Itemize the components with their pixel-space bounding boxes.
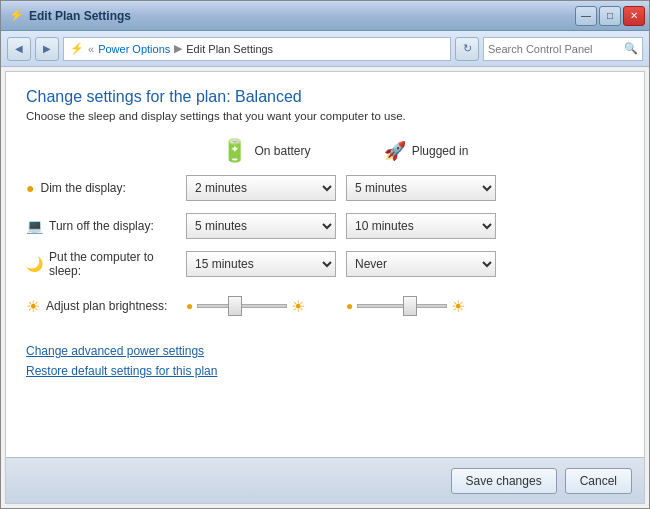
breadcrumb-parent-link[interactable]: Power Options <box>98 43 170 55</box>
forward-button[interactable]: ▶ <box>35 37 59 61</box>
brightness-battery-slider[interactable] <box>197 304 287 308</box>
plugged-column-header: 🚀 Plugged in <box>346 140 506 162</box>
minimize-button[interactable]: — <box>575 6 597 26</box>
maximize-button[interactable]: □ <box>599 6 621 26</box>
search-bar[interactable]: 🔍 <box>483 37 643 61</box>
window: ⚡ Edit Plan Settings — □ ✕ ◀ ▶ ⚡ « Power… <box>0 0 650 509</box>
brightness-text: Adjust plan brightness: <box>46 299 167 313</box>
content-panel: Change settings for the plan: Balanced C… <box>5 71 645 504</box>
turn-off-display-text: Turn off the display: <box>49 219 154 233</box>
dim-display-plugged-wrap: 1 minute 2 minutes 3 minutes 5 minutes 1… <box>346 175 496 201</box>
search-input[interactable] <box>488 43 624 55</box>
turn-off-display-battery-wrap: 1 minute 2 minutes 3 minutes 5 minutes 1… <box>186 213 336 239</box>
brightness-battery-min-icon: ● <box>186 299 193 313</box>
save-button[interactable]: Save changes <box>451 468 557 494</box>
sleep-battery-select[interactable]: 1 minute 2 minutes 5 minutes 10 minutes … <box>186 251 336 277</box>
dim-display-icon: ● <box>26 180 34 196</box>
dim-display-label: ● Dim the display: <box>26 180 186 196</box>
sleep-plugged-select[interactable]: 1 minute 2 minutes 5 minutes 10 minutes … <box>346 251 496 277</box>
battery-column-header: 🔋 On battery <box>186 138 346 164</box>
titlebar-title: Edit Plan Settings <box>29 9 131 23</box>
breadcrumb: ⚡ « Power Options ▶ Edit Plan Settings <box>63 37 451 61</box>
columns-header: 🔋 On battery 🚀 Plugged in <box>186 138 624 164</box>
sleep-text: Put the computer to sleep: <box>49 250 186 278</box>
battery-icon: 🔋 <box>221 138 248 164</box>
plugged-icon: 🚀 <box>384 140 406 162</box>
cancel-button[interactable]: Cancel <box>565 468 632 494</box>
settings-panel: Change settings for the plan: Balanced C… <box>6 72 644 457</box>
plugged-label: Plugged in <box>412 144 469 158</box>
sleep-plugged-wrap: 1 minute 2 minutes 5 minutes 10 minutes … <box>346 251 496 277</box>
dim-display-controls: 1 minute 2 minutes 3 minutes 5 minutes 1… <box>186 175 506 201</box>
sleep-label: 🌙 Put the computer to sleep: <box>26 250 186 278</box>
brightness-label: ☀ Adjust plan brightness: <box>26 297 186 316</box>
brightness-plugged-slider[interactable] <box>357 304 447 308</box>
dim-display-text: Dim the display: <box>40 181 125 195</box>
brightness-battery-slider-group: ● ☀ <box>186 297 336 316</box>
close-button[interactable]: ✕ <box>623 6 645 26</box>
titlebar-left: ⚡ Edit Plan Settings <box>9 8 131 24</box>
turn-off-display-label: 💻 Turn off the display: <box>26 218 186 234</box>
search-icon: 🔍 <box>624 42 638 55</box>
sleep-controls: 1 minute 2 minutes 5 minutes 10 minutes … <box>186 251 506 277</box>
footer: Save changes Cancel <box>6 457 644 503</box>
back-button[interactable]: ◀ <box>7 37 31 61</box>
titlebar-buttons: — □ ✕ <box>575 6 645 26</box>
turn-off-display-icon: 💻 <box>26 218 43 234</box>
breadcrumb-separator: ▶ <box>174 42 182 55</box>
restore-defaults-link[interactable]: Restore default settings for this plan <box>26 364 217 378</box>
page-title: Change settings for the plan: Balanced <box>26 88 624 106</box>
turn-off-display-plugged-select[interactable]: 1 minute 2 minutes 3 minutes 5 minutes 1… <box>346 213 496 239</box>
addressbar: ◀ ▶ ⚡ « Power Options ▶ Edit Plan Settin… <box>1 31 649 67</box>
titlebar-app-icon: ⚡ <box>9 8 25 24</box>
dim-display-row: ● Dim the display: 1 minute 2 minutes 3 … <box>26 174 624 202</box>
turn-off-display-battery-select[interactable]: 1 minute 2 minutes 3 minutes 5 minutes 1… <box>186 213 336 239</box>
turn-off-display-controls: 1 minute 2 minutes 3 minutes 5 minutes 1… <box>186 213 506 239</box>
breadcrumb-app-icon: ⚡ <box>70 42 84 55</box>
breadcrumb-prefix: « <box>88 43 94 55</box>
refresh-button[interactable]: ↻ <box>455 37 479 61</box>
brightness-label-icon: ☀ <box>26 297 40 316</box>
turn-off-display-row: 💻 Turn off the display: 1 minute 2 minut… <box>26 212 624 240</box>
dim-display-plugged-select[interactable]: 1 minute 2 minutes 3 minutes 5 minutes 1… <box>346 175 496 201</box>
brightness-battery-max-icon: ☀ <box>291 297 305 316</box>
battery-label: On battery <box>254 144 310 158</box>
titlebar: ⚡ Edit Plan Settings — □ ✕ <box>1 1 649 31</box>
brightness-plugged-max-icon: ☀ <box>451 297 465 316</box>
page-subtitle: Choose the sleep and display settings th… <box>26 110 624 122</box>
breadcrumb-current: Edit Plan Settings <box>186 43 273 55</box>
turn-off-display-plugged-wrap: 1 minute 2 minutes 3 minutes 5 minutes 1… <box>346 213 496 239</box>
dim-display-battery-select[interactable]: 1 minute 2 minutes 3 minutes 5 minutes 1… <box>186 175 336 201</box>
advanced-settings-link[interactable]: Change advanced power settings <box>26 344 204 358</box>
sleep-battery-wrap: 1 minute 2 minutes 5 minutes 10 minutes … <box>186 251 336 277</box>
links-section: Change advanced power settings Restore d… <box>26 344 624 378</box>
brightness-plugged-slider-group: ● ☀ <box>346 297 496 316</box>
brightness-plugged-min-icon: ● <box>346 299 353 313</box>
dim-display-battery-wrap: 1 minute 2 minutes 3 minutes 5 minutes 1… <box>186 175 336 201</box>
sleep-icon: 🌙 <box>26 256 43 272</box>
brightness-row: ☀ Adjust plan brightness: ● ☀ ● ☀ <box>26 288 624 324</box>
sleep-row: 🌙 Put the computer to sleep: 1 minute 2 … <box>26 250 624 278</box>
